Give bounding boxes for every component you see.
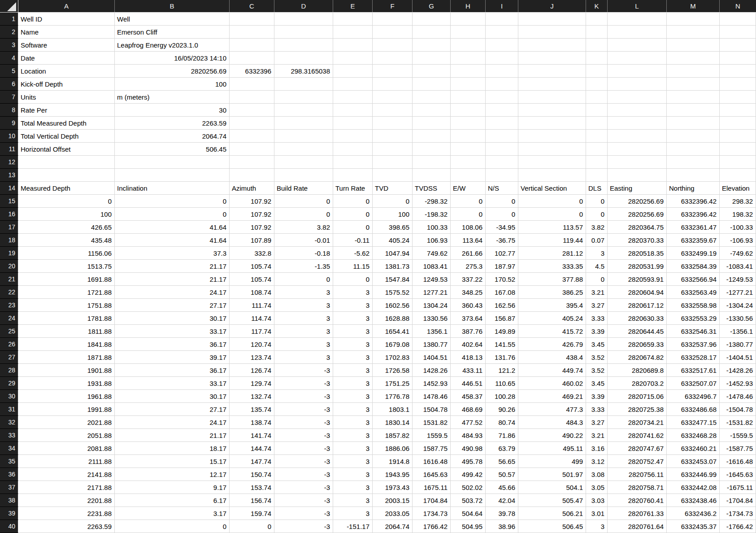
cell-G29[interactable]: 1452.93 [413, 377, 451, 390]
row-header-21[interactable]: 21 [0, 273, 18, 286]
cell-B3[interactable]: Leapfrog Energy v2023.1.0 [115, 39, 230, 52]
cell-I1[interactable] [486, 13, 518, 26]
cell-D40[interactable]: -3 [274, 520, 333, 533]
cell-J5[interactable] [518, 65, 586, 78]
cell-F23[interactable]: 1602.56 [373, 299, 413, 312]
cell-D15[interactable]: 0 [274, 195, 333, 208]
cell-G4[interactable] [413, 52, 451, 65]
cell-A8[interactable]: Rate Per [18, 104, 115, 117]
cell-L27[interactable]: 2820674.82 [608, 351, 667, 364]
cell-A22[interactable]: 1721.88 [18, 286, 115, 299]
column-header-I[interactable]: I [486, 0, 518, 12]
cell-E35[interactable]: 3 [333, 455, 373, 468]
cell-G2[interactable] [413, 26, 451, 39]
cell-H24[interactable]: 373.64 [451, 312, 486, 325]
cell-N16[interactable]: 198.32 [720, 208, 756, 221]
cell-B6[interactable]: 100 [115, 78, 230, 91]
cell-H2[interactable] [451, 26, 486, 39]
row-header-12[interactable]: 12 [0, 156, 18, 169]
cell-K35[interactable]: 3.12 [586, 455, 608, 468]
cell-G15[interactable]: -298.32 [413, 195, 451, 208]
cell-K36[interactable]: 3.08 [586, 468, 608, 481]
cell-I2[interactable] [486, 26, 518, 39]
cell-H20[interactable]: 275.3 [451, 260, 486, 273]
cell-A4[interactable]: Date [18, 52, 115, 65]
cell-A9[interactable]: Total Measured Depth [18, 117, 115, 130]
cell-K16[interactable]: 0 [586, 208, 608, 221]
cell-N13[interactable] [720, 169, 756, 182]
cell-A1[interactable]: Well ID [18, 13, 115, 26]
cell-B20[interactable]: 21.17 [115, 260, 230, 273]
cell-D30[interactable]: -3 [274, 390, 333, 403]
cell-A6[interactable]: Kick-off Depth [18, 78, 115, 91]
cell-I6[interactable] [486, 78, 518, 91]
cell-F31[interactable]: 1803.1 [373, 403, 413, 416]
cell-N5[interactable] [720, 65, 756, 78]
cell-A2[interactable]: Name [18, 26, 115, 39]
column-header-J[interactable]: J [518, 0, 586, 12]
cell-J18[interactable]: 119.44 [518, 234, 586, 247]
cell-E29[interactable]: 3 [333, 377, 373, 390]
cell-B39[interactable]: 3.17 [115, 507, 230, 520]
cell-D13[interactable] [274, 169, 333, 182]
row-header-24[interactable]: 24 [0, 312, 18, 325]
cell-D8[interactable] [274, 104, 333, 117]
cell-J38[interactable]: 505.47 [518, 494, 586, 507]
cell-H19[interactable]: 261.66 [451, 247, 486, 260]
cell-B13[interactable] [115, 169, 230, 182]
cell-N9[interactable] [720, 117, 756, 130]
cell-D38[interactable]: -3 [274, 494, 333, 507]
cell-M37[interactable]: 6332442.08 [667, 481, 720, 494]
cell-I9[interactable] [486, 117, 518, 130]
cell-B24[interactable]: 30.17 [115, 312, 230, 325]
cell-J1[interactable] [518, 13, 586, 26]
cell-A26[interactable]: 1841.88 [18, 338, 115, 351]
row-header-1[interactable]: 1 [0, 13, 18, 26]
cell-E12[interactable] [333, 156, 373, 169]
cell-I18[interactable]: -36.75 [486, 234, 518, 247]
cell-L9[interactable] [608, 117, 667, 130]
cell-I32[interactable]: 80.74 [486, 416, 518, 429]
cell-D16[interactable]: 0 [274, 208, 333, 221]
cell-A40[interactable]: 2263.59 [18, 520, 115, 533]
cell-B37[interactable]: 9.17 [115, 481, 230, 494]
cell-B8[interactable]: 30 [115, 104, 230, 117]
cell-A16[interactable]: 100 [18, 208, 115, 221]
cell-F18[interactable]: 405.24 [373, 234, 413, 247]
cell-M20[interactable]: 6332584.39 [667, 260, 720, 273]
cell-I4[interactable] [486, 52, 518, 65]
cell-G24[interactable]: 1330.56 [413, 312, 451, 325]
cell-F19[interactable]: 1047.94 [373, 247, 413, 260]
cell-K31[interactable]: 3.33 [586, 403, 608, 416]
cell-D31[interactable]: -3 [274, 403, 333, 416]
row-header-9[interactable]: 9 [0, 117, 18, 130]
cell-K38[interactable]: 3.03 [586, 494, 608, 507]
cell-J12[interactable] [518, 156, 586, 169]
cell-G23[interactable]: 1304.24 [413, 299, 451, 312]
cell-N24[interactable]: -1330.56 [720, 312, 756, 325]
cell-K32[interactable]: 3.27 [586, 416, 608, 429]
cell-K26[interactable]: 3.45 [586, 338, 608, 351]
cell-E27[interactable]: 3 [333, 351, 373, 364]
cell-C25[interactable]: 117.74 [230, 325, 274, 338]
cell-J39[interactable]: 506.21 [518, 507, 586, 520]
cell-G28[interactable]: 1428.26 [413, 364, 451, 377]
cell-A34[interactable]: 2081.88 [18, 442, 115, 455]
cell-D39[interactable]: -3 [274, 507, 333, 520]
cell-I40[interactable]: 38.96 [486, 520, 518, 533]
cell-K28[interactable]: 3.52 [586, 364, 608, 377]
cell-G12[interactable] [413, 156, 451, 169]
cell-J20[interactable]: 333.35 [518, 260, 586, 273]
cell-D32[interactable]: -3 [274, 416, 333, 429]
cell-E2[interactable] [333, 26, 373, 39]
row-header-40[interactable]: 40 [0, 520, 18, 533]
cell-A15[interactable]: 0 [18, 195, 115, 208]
cell-N30[interactable]: -1478.46 [720, 390, 756, 403]
cell-M28[interactable]: 6332517.61 [667, 364, 720, 377]
cell-H16[interactable]: 0 [451, 208, 486, 221]
cell-M1[interactable] [667, 13, 720, 26]
cell-H28[interactable]: 433.11 [451, 364, 486, 377]
cell-N38[interactable]: -1704.84 [720, 494, 756, 507]
cell-F30[interactable]: 1776.78 [373, 390, 413, 403]
cell-A23[interactable]: 1751.88 [18, 299, 115, 312]
